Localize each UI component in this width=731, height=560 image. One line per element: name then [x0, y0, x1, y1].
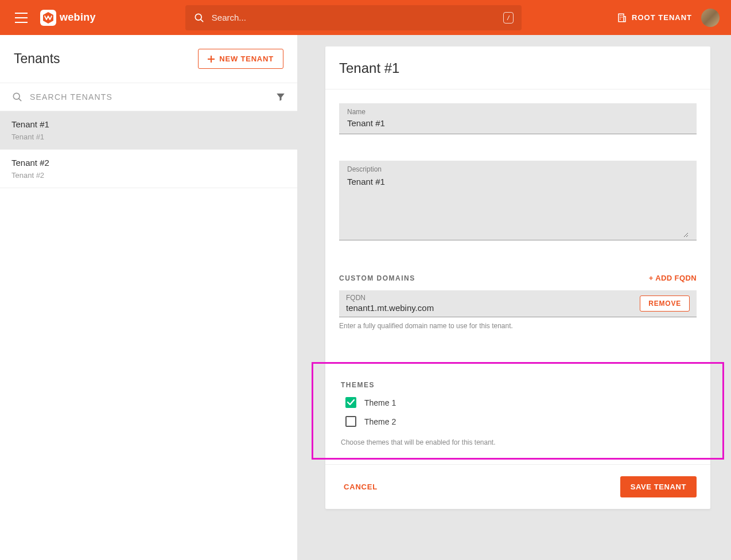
tenant-selector-label: ROOT TENANT: [632, 13, 692, 22]
plus-icon: [208, 56, 215, 63]
add-fqdn-button[interactable]: + ADD FQDN: [649, 274, 697, 282]
tenant-list-item[interactable]: Tenant #1Tenant #1: [0, 111, 297, 150]
tenants-sidebar: Tenants NEW TENANT Tenant #1Tenant #1Ten…: [0, 35, 298, 560]
global-search[interactable]: /: [185, 5, 522, 30]
filter-icon[interactable]: [275, 92, 286, 102]
tenant-list-item-subtitle: Tenant #1: [11, 133, 286, 141]
theme-checkbox[interactable]: [345, 397, 356, 408]
name-input[interactable]: [347, 117, 689, 129]
description-field-label: Description: [347, 165, 689, 173]
app-header: webiny / ROOT TENANT: [0, 0, 731, 35]
fqdn-row: FQDN REMOVE: [339, 290, 697, 317]
search-shortcut-hint: /: [503, 12, 514, 24]
fqdn-input[interactable]: [346, 303, 633, 313]
check-icon: [347, 399, 355, 406]
remove-fqdn-button[interactable]: REMOVE: [640, 295, 690, 312]
tenant-list-item[interactable]: Tenant #2Tenant #2: [0, 150, 297, 188]
theme-checkbox[interactable]: [345, 416, 356, 427]
hamburger-icon: [15, 13, 28, 23]
tenant-list-item-subtitle: Tenant #2: [11, 171, 286, 180]
tenant-list: Tenant #1Tenant #1Tenant #2Tenant #2: [0, 111, 297, 188]
name-field-label: Name: [347, 108, 689, 116]
brand-text: webiny: [60, 11, 96, 24]
global-search-input[interactable]: [212, 13, 496, 22]
themes-section-label: THEMES: [341, 381, 695, 389]
tenant-list-item-title: Tenant #1: [11, 119, 286, 129]
page-title: Tenants: [14, 51, 60, 67]
app-logo: webiny: [40, 10, 96, 26]
card-title: Tenant #1: [339, 60, 697, 76]
logo-badge-icon: [40, 10, 56, 26]
search-icon: [193, 12, 205, 24]
theme-option[interactable]: Theme 2: [345, 416, 695, 427]
cancel-button[interactable]: CANCEL: [339, 478, 382, 496]
description-field[interactable]: Description Tenant #1: [339, 161, 697, 240]
hamburger-menu-button[interactable]: [11, 9, 31, 26]
custom-domains-section-label: CUSTOM DOMAINS: [339, 274, 415, 282]
themes-helper-text: Choose themes that will be enabled for t…: [341, 438, 695, 446]
tenant-list-item-title: Tenant #2: [11, 158, 286, 168]
tenant-search-input[interactable]: [30, 92, 269, 102]
new-tenant-button[interactable]: NEW TENANT: [198, 49, 283, 69]
tenant-search-row: [0, 83, 297, 111]
tenant-detail-card: Tenant #1 Name Description Tenant #1 CUS…: [325, 46, 710, 509]
theme-option[interactable]: Theme 1: [345, 397, 695, 408]
themes-highlight-box: THEMES Theme 1Theme 2 Choose themes that…: [312, 362, 724, 460]
fqdn-field-label: FQDN: [346, 294, 633, 302]
name-field[interactable]: Name: [339, 103, 697, 134]
building-icon: [617, 13, 627, 23]
fqdn-helper-text: Enter a fully qualified domain name to u…: [339, 322, 697, 330]
theme-option-label: Theme 1: [364, 398, 396, 407]
new-tenant-button-label: NEW TENANT: [219, 55, 274, 63]
search-icon: [11, 91, 23, 103]
svg-rect-3: [619, 14, 624, 22]
theme-option-label: Theme 2: [364, 417, 396, 426]
avatar[interactable]: [701, 9, 720, 27]
tenant-selector[interactable]: ROOT TENANT: [617, 13, 692, 23]
description-textarea[interactable]: Tenant #1: [347, 174, 689, 238]
save-tenant-button[interactable]: SAVE TENANT: [620, 476, 697, 497]
